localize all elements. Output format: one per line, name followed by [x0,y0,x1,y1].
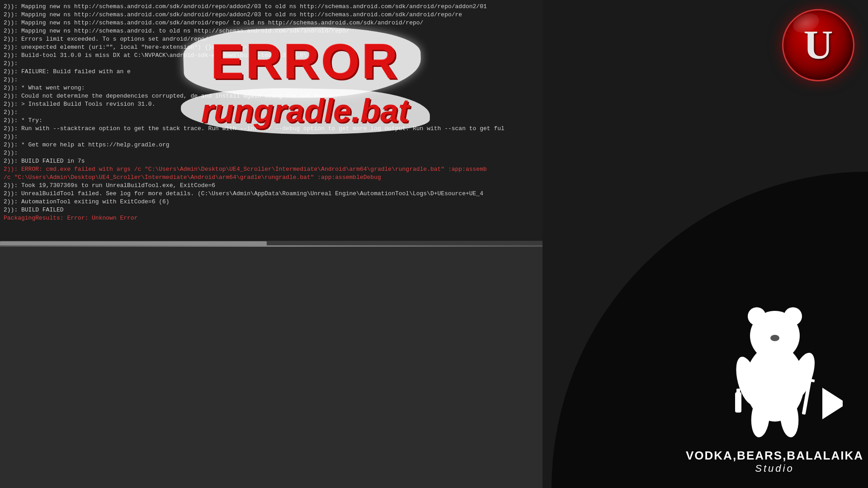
terminal-line: 2)): [4,149,539,157]
terminal-line: 2)): Took 19,7307369s to run UnrealBuild… [4,182,539,190]
studio-name-container: VODKA,BEARS,BALALAIKA Studio [686,444,863,474]
error-overlay: ERROR rungradle.bat [136,14,475,149]
ue-logo-letter: U [804,25,833,66]
ue-logo-circle: U [782,9,854,81]
right-panel: U [542,0,868,488]
svg-point-4 [752,312,761,321]
studio-subtitle: Studio [686,463,863,474]
terminal-line: 2)): BUILD FAILED [4,206,539,214]
svg-marker-16 [822,388,843,419]
bottom-panel [0,246,542,488]
svg-rect-12 [735,392,741,413]
terminal-line: 2)): ERROR: cmd.exe failed with args /c … [4,165,539,174]
terminal-line: 2)): AutomationTool exiting with ExitCod… [4,198,539,206]
terminal-line: 2)): Mapping new ns http://schemas.andro… [4,3,539,11]
terminal-line: 2)): UnrealBuildTool failed. See log for… [4,190,539,198]
terminal-line: PackagingResults: Error: Unknown Error [4,214,539,222]
terminal-line: /c "C:\Users\Admin\Desktop\UE4_Scroller\… [4,174,539,182]
ue-logo: U [782,9,854,81]
bear-silhouette [707,288,843,442]
svg-rect-13 [736,389,740,394]
svg-point-5 [788,312,797,321]
studio-name: VODKA,BEARS,BALALAIKA [686,449,863,463]
terminal-line: 2)): BUILD FAILED in 7s [4,157,539,165]
error-sub-text: rungradle.bat [201,93,409,129]
svg-point-11 [770,335,779,341]
studio-branding: VODKA,BEARS,BALALAIKA Studio [686,288,863,474]
error-main-text: ERROR [211,33,399,89]
separator-line [0,245,542,247]
